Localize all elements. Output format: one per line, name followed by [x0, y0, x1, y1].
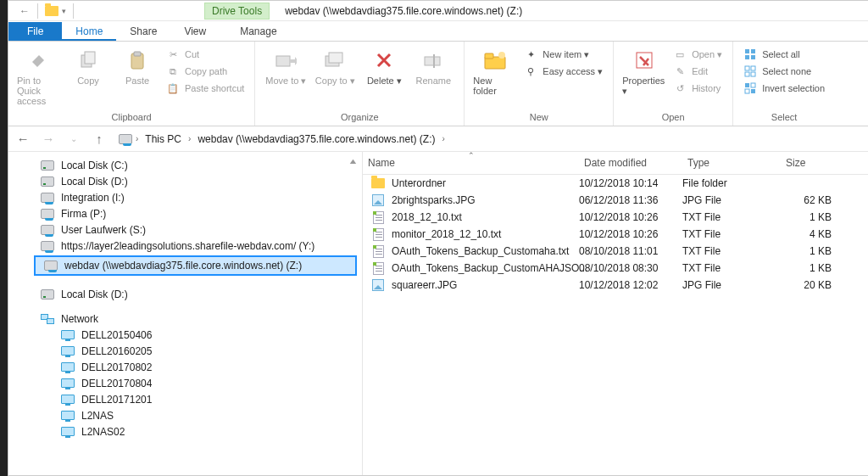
paste-button[interactable]: Paste [115, 45, 159, 86]
file-type: TXT File [682, 262, 781, 274]
drive-tools-tab[interactable]: Drive Tools [204, 3, 270, 20]
nav-pc[interactable]: DELL20170802 [8, 359, 362, 375]
file-type: TXT File [682, 245, 781, 257]
svg-point-11 [498, 52, 505, 59]
svg-rect-7 [425, 57, 440, 65]
copy-button[interactable]: Copy [66, 45, 110, 86]
nav-network[interactable]: Network [8, 311, 362, 327]
col-date[interactable]: Date modified [579, 157, 682, 169]
svg-rect-17 [745, 66, 749, 70]
col-name[interactable]: ⌃Name [363, 157, 579, 169]
svg-rect-20 [751, 72, 755, 76]
navigation-pane[interactable]: Local Disk (C:) Local Disk (D:) Integrat… [8, 152, 363, 475]
folder-icon[interactable] [45, 6, 58, 16]
nav-back-button[interactable]: ← [14, 130, 32, 148]
chevron-right-icon[interactable]: › [134, 134, 140, 143]
history-button[interactable]: ↺ History [671, 81, 724, 96]
file-name: monitor_2018_12_10.txt [392, 228, 501, 240]
file-type: TXT File [682, 228, 781, 240]
copy-to-button[interactable]: Copy to ▾ [313, 45, 357, 87]
file-name: 2brightsparks.JPG [392, 194, 476, 206]
nav-pc[interactable]: DELL20150406 [8, 327, 362, 343]
chevron-right-icon[interactable]: › [441, 134, 447, 143]
tab-home[interactable]: Home [62, 22, 116, 41]
file-name: OAuth_Tokens_Backup_Customaha.txt [392, 245, 569, 257]
svg-rect-24 [751, 89, 755, 93]
computer-icon [61, 330, 75, 339]
col-size[interactable]: Size [781, 157, 840, 169]
col-type[interactable]: Type [682, 157, 781, 169]
group-new: New folder ✦ New item ▾ ⚲ Easy access ▾ … [465, 42, 614, 126]
rename-button[interactable]: Rename [411, 45, 455, 86]
nav-pc[interactable]: L2NAS [8, 407, 362, 423]
tab-view[interactable]: View [170, 22, 220, 41]
svg-rect-10 [485, 53, 493, 59]
crumb-this-pc[interactable]: This PC [142, 133, 185, 145]
nav-user[interactable]: User Laufwerk (S:) [8, 221, 362, 238]
new-item-button[interactable]: ✦ New item ▾ [522, 47, 604, 62]
file-row[interactable]: Unterordner10/12/2018 10:14File folder [363, 175, 868, 192]
nav-local-d[interactable]: Local Disk (D:) [8, 173, 362, 189]
computer-icon [61, 346, 75, 356]
nav-integration[interactable]: Integration (I:) [8, 189, 362, 205]
nav-firma[interactable]: Firma (P:) [8, 205, 362, 221]
file-row[interactable]: 2018_12_10.txt10/12/2018 10:26TXT File1 … [363, 209, 868, 226]
paste-shortcut-icon: 📋 [166, 81, 180, 95]
network-drive-icon [44, 260, 58, 271]
paste-shortcut-button[interactable]: 📋 Paste shortcut [164, 81, 246, 96]
select-none-button[interactable]: Select none [742, 64, 826, 79]
nav-pc[interactable]: DELL20160205 [8, 343, 362, 359]
chevron-right-icon[interactable]: › [186, 134, 192, 143]
chevron-down-icon[interactable]: ▾ [62, 7, 66, 15]
nav-pc[interactable]: DELL20170804 [8, 375, 362, 391]
properties-button[interactable]: Properties ▾ [622, 45, 666, 97]
nav-pc[interactable]: DELL20171201 [8, 391, 362, 407]
select-all-button[interactable]: Select all [742, 47, 826, 62]
file-type: JPG File [682, 279, 781, 291]
nav-sharefile[interactable]: https://layer2leadingsolutions.sharefile… [8, 238, 362, 254]
breadcrumb[interactable]: › This PC › webdav (\\webdavdiag375.file… [115, 129, 868, 149]
new-folder-button[interactable]: New folder [473, 45, 517, 96]
cut-button[interactable]: ✂ Cut [164, 47, 246, 62]
pin-button[interactable]: Pin to Quick access [17, 45, 61, 106]
back-arrow-icon[interactable]: ← [19, 5, 31, 17]
easy-access-button[interactable]: ⚲ Easy access ▾ [522, 64, 604, 79]
folder-icon [371, 178, 385, 188]
edit-button[interactable]: ✎ Edit [671, 64, 724, 79]
open-button[interactable]: ▭ Open ▾ [671, 47, 724, 62]
svg-rect-8 [433, 54, 435, 68]
file-row[interactable]: OAuth_Tokens_Backup_CustomAHAJSO...08/10… [363, 260, 868, 277]
file-size: 62 KB [781, 194, 840, 206]
nav-webdav[interactable]: webdav (\\webdavdiag375.file.core.window… [34, 255, 357, 276]
tab-manage[interactable]: Manage [226, 22, 290, 41]
nav-pc[interactable]: L2NAS02 [8, 423, 362, 440]
file-row[interactable]: OAuth_Tokens_Backup_Customaha.txt08/10/2… [363, 243, 868, 260]
svg-rect-14 [751, 49, 755, 53]
file-date: 10/12/2018 10:14 [579, 177, 682, 189]
nav-recent-button[interactable]: ⌄ [64, 130, 83, 148]
file-row[interactable]: squareerr.JPG10/12/2018 12:02JPG File20 … [363, 277, 868, 294]
nav-local-c[interactable]: Local Disk (C:) [8, 157, 362, 173]
network-icon [41, 314, 54, 324]
tab-file[interactable]: File [8, 22, 62, 41]
disk-icon [41, 160, 54, 171]
svg-rect-13 [745, 49, 749, 53]
tab-share[interactable]: Share [116, 22, 170, 41]
delete-button[interactable]: Delete ▾ [362, 45, 406, 87]
file-row[interactable]: 2brightsparks.JPG06/12/2018 11:36JPG Fil… [363, 192, 868, 209]
svg-rect-16 [751, 55, 755, 59]
svg-rect-18 [751, 66, 755, 70]
file-list[interactable]: ⌃Name Date modified Type Size Unterordne… [363, 152, 868, 475]
invert-selection-button[interactable]: Invert selection [742, 81, 826, 96]
file-size: 20 KB [781, 279, 840, 291]
copy-path-button[interactable]: ⧉ Copy path [164, 64, 246, 79]
nav-forward-button[interactable]: → [39, 130, 58, 148]
file-size: 1 KB [781, 211, 840, 223]
file-row[interactable]: monitor_2018_12_10.txt10/12/2018 10:26TX… [363, 226, 868, 243]
file-name: 2018_12_10.txt [392, 211, 462, 223]
move-to-button[interactable]: Move to ▾ [264, 45, 308, 87]
nav-up-button[interactable]: ↑ [90, 130, 108, 148]
crumb-current[interactable]: webdav (\\webdavdiag375.file.core.window… [194, 133, 438, 145]
open-icon: ▭ [673, 48, 687, 61]
nav-local-d2[interactable]: Local Disk (D:) [8, 286, 362, 302]
